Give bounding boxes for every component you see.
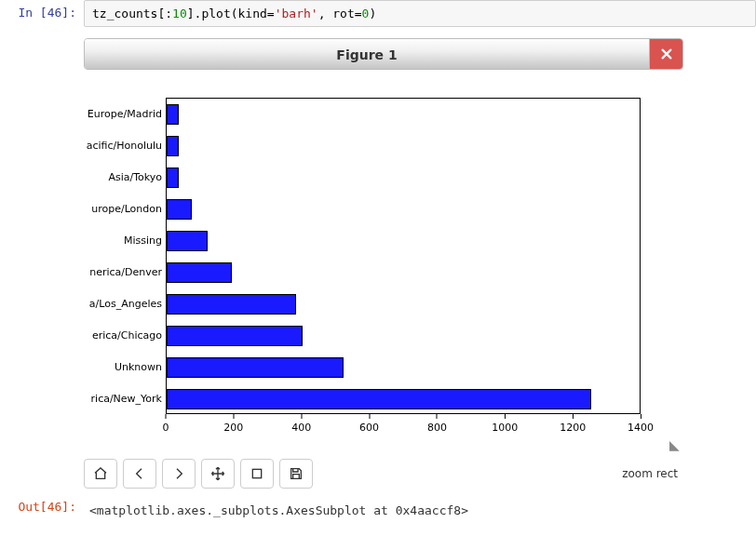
toolbar-status: zoom rect: [622, 467, 678, 480]
toolbar-buttons: [84, 459, 313, 489]
y-tick-label: a/Los_Angeles: [89, 298, 162, 310]
bar: [167, 294, 296, 315]
code-text: tz_counts[:: [92, 7, 172, 20]
y-axis-labels: Europe/Madridacific/HonoluluAsia/Tokyour…: [84, 98, 162, 414]
y-tick-label: Asia/Tokyo: [108, 171, 162, 183]
y-tick-label: nerica/Denver: [89, 266, 162, 278]
save-icon: [289, 466, 304, 481]
resize-handle[interactable]: ◢: [669, 438, 680, 451]
square-icon: [250, 466, 264, 481]
home-icon: [93, 466, 108, 481]
zoom-button[interactable]: [240, 459, 274, 489]
y-tick-label: Unknown: [115, 361, 162, 373]
code-text: , rot=: [318, 7, 362, 20]
figure-toolbar: zoom rect: [84, 459, 683, 489]
output-repr: <matplotlib.axes._subplots.AxesSubplot a…: [84, 500, 756, 517]
code-input[interactable]: tz_counts[:10].plot(kind='barh', rot=0): [84, 0, 756, 27]
x-tick-label: 1200: [560, 422, 586, 434]
svg-rect-0: [252, 469, 261, 477]
x-tick-label: 600: [359, 422, 379, 434]
y-tick-label: Missing: [124, 234, 162, 247]
bar: [167, 326, 303, 346]
back-button[interactable]: [123, 459, 156, 489]
bars-container: [167, 99, 640, 413]
plot-canvas[interactable]: [166, 98, 641, 414]
figure-header: Figure 1: [84, 38, 683, 70]
bar: [167, 389, 591, 409]
home-button[interactable]: [84, 459, 117, 489]
bar: [167, 168, 179, 188]
arrow-left-icon: [132, 466, 147, 481]
x-tick: 400: [291, 414, 311, 434]
code-text: ].plot(kind=: [187, 7, 275, 20]
code-number: 10: [172, 7, 187, 20]
x-tick: 200: [223, 414, 243, 434]
close-icon: [660, 47, 673, 60]
move-icon: [210, 466, 225, 481]
x-tick: 1000: [492, 414, 518, 434]
out-prompt: Out[46]:: [0, 494, 84, 514]
x-tick-label: 800: [427, 422, 447, 434]
x-tick: 1400: [628, 414, 654, 434]
x-tick-label: 1400: [628, 422, 654, 434]
x-tick: 0: [163, 414, 169, 434]
bar: [167, 357, 344, 378]
code-string: 'barh': [275, 7, 318, 20]
forward-button[interactable]: [162, 459, 196, 489]
bar: [167, 262, 232, 283]
code-text: ): [369, 7, 376, 20]
x-tick-label: 0: [163, 422, 169, 434]
arrow-right-icon: [171, 466, 186, 481]
in-prompt: In [46]:: [0, 0, 84, 20]
y-tick-label: acific/Honolulu: [87, 140, 162, 152]
x-tick: 1200: [560, 414, 586, 434]
bar: [167, 199, 192, 220]
input-cell: In [46]: tz_counts[:10].plot(kind='barh'…: [0, 0, 756, 27]
figure-output: Figure 1 Europe/Madridacific/HonoluluAsi…: [84, 38, 683, 451]
x-axis: 0200400600800100012001400: [166, 414, 641, 442]
y-tick-label: rica/New_York: [91, 393, 162, 405]
y-tick-label: urope/London: [91, 203, 162, 215]
close-button[interactable]: [649, 39, 682, 69]
pan-button[interactable]: [201, 459, 235, 489]
x-tick: 800: [427, 414, 447, 434]
bar: [167, 231, 208, 251]
figure-title: Figure 1: [85, 39, 649, 69]
output-cell: Out[46]: <matplotlib.axes._subplots.Axes…: [0, 494, 756, 517]
chart-area: Europe/Madridacific/HonoluluAsia/Tokyour…: [84, 98, 683, 451]
x-tick-label: 200: [223, 422, 243, 434]
bar: [167, 136, 179, 156]
y-tick-label: Europe/Madrid: [88, 108, 162, 120]
save-button[interactable]: [279, 459, 313, 489]
x-tick-label: 400: [291, 422, 311, 434]
x-tick: 600: [359, 414, 379, 434]
y-tick-label: erica/Chicago: [92, 329, 162, 342]
bar: [167, 104, 179, 125]
x-tick-label: 1000: [492, 422, 518, 434]
